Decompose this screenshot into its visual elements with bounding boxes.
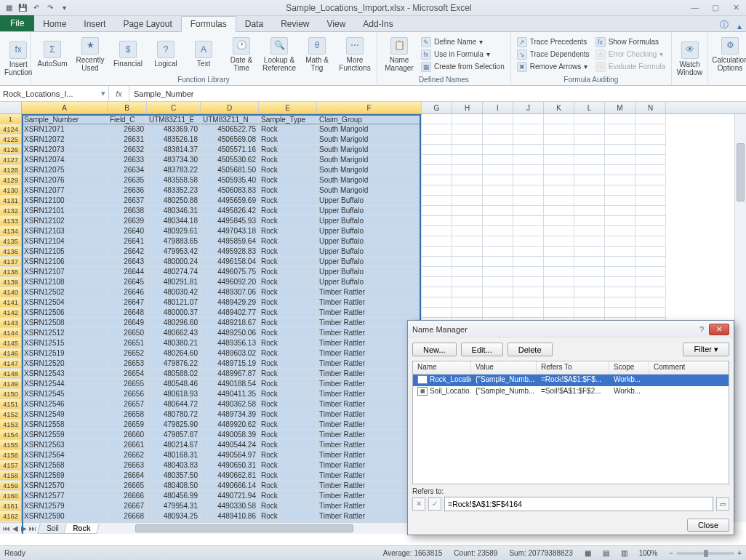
col-header-L[interactable]: L — [574, 102, 605, 113]
cell[interactable]: 4496158.04 — [201, 257, 259, 267]
cell[interactable]: 26653 — [108, 359, 147, 369]
cell[interactable]: Rock — [259, 257, 317, 267]
cell[interactable]: 480357.50 — [147, 471, 201, 481]
cell[interactable]: 26656 — [108, 389, 147, 399]
empty-cell[interactable] — [483, 196, 513, 206]
cell[interactable]: South Marigold — [317, 165, 422, 175]
col-refers[interactable]: Refers To — [537, 361, 609, 374]
row-header[interactable]: 4154 — [0, 430, 22, 440]
cell[interactable]: 4506522.75 — [201, 124, 259, 135]
cell[interactable]: XSRN12564 — [22, 450, 108, 460]
cell[interactable]: 4490362.58 — [201, 399, 259, 409]
empty-cell[interactable] — [422, 175, 452, 185]
sheet-nav-prev-icon[interactable]: ◀ — [11, 524, 19, 532]
empty-cell[interactable] — [452, 185, 483, 196]
new-name-button[interactable]: New... — [412, 343, 457, 356]
cell[interactable]: Rock — [259, 297, 317, 308]
empty-cell[interactable] — [635, 308, 666, 318]
row-header[interactable]: 4148 — [0, 369, 22, 379]
empty-cell[interactable] — [422, 247, 452, 257]
empty-cell[interactable] — [422, 135, 452, 145]
cell[interactable]: XSRN12570 — [22, 481, 108, 491]
empty-cell[interactable] — [544, 206, 574, 216]
cell[interactable]: Rock — [259, 185, 317, 196]
cell[interactable]: 4506569.08 — [201, 135, 259, 145]
dialog-close-icon[interactable]: ✕ — [709, 324, 729, 335]
cell[interactable]: XSRN12543 — [22, 369, 108, 379]
empty-cell[interactable] — [483, 236, 513, 247]
empty-cell[interactable] — [483, 155, 513, 165]
empty-cell[interactable] — [483, 308, 513, 318]
empty-cell[interactable] — [574, 267, 605, 277]
empty-cell[interactable] — [483, 114, 513, 124]
empty-cell[interactable] — [605, 236, 635, 247]
cell[interactable]: XSRN12108 — [22, 277, 108, 287]
cell[interactable]: XSRN12074 — [22, 155, 108, 165]
empty-cell[interactable] — [605, 124, 635, 135]
row-header[interactable]: 4146 — [0, 348, 22, 359]
empty-cell[interactable] — [544, 257, 574, 267]
col-name[interactable]: Name — [413, 361, 471, 374]
cell[interactable]: XSRN12077 — [22, 185, 108, 196]
cell[interactable]: 480030.42 — [147, 287, 201, 297]
cell[interactable]: Timber Rattler — [317, 471, 422, 481]
name-list[interactable]: Name Value Refers To Scope Comment ▦Rock… — [412, 361, 729, 484]
col-header-J[interactable]: J — [513, 102, 544, 113]
show-formulas-button[interactable]: fxShow Formulas — [594, 36, 667, 48]
close-button[interactable]: ✕ — [729, 3, 743, 12]
cell[interactable]: XSRN12073 — [22, 145, 108, 155]
cell[interactable]: 4505935.40 — [201, 175, 259, 185]
table-row[interactable]: 4126XSRN1207326632483814.374505571.16Roc… — [0, 145, 734, 155]
maximize-button[interactable]: ▢ — [708, 3, 723, 12]
cell[interactable]: Timber Rattler — [317, 501, 422, 511]
cell[interactable]: 480780.72 — [147, 409, 201, 420]
empty-cell[interactable] — [605, 277, 635, 287]
qat-dropdown-icon[interactable]: ▾ — [58, 2, 70, 14]
empty-cell[interactable] — [483, 287, 513, 297]
cell[interactable]: Timber Rattler — [317, 511, 422, 521]
empty-cell[interactable] — [544, 185, 574, 196]
empty-cell[interactable] — [452, 226, 483, 236]
empty-cell[interactable] — [422, 145, 452, 155]
empty-cell[interactable] — [605, 297, 635, 308]
col-header-M[interactable]: M — [605, 102, 635, 113]
cell[interactable]: 26647 — [108, 297, 147, 308]
cell[interactable]: 480274.74 — [147, 267, 201, 277]
cell[interactable]: 26660 — [108, 430, 147, 440]
cell[interactable]: 26630 — [108, 124, 147, 135]
cell[interactable]: 480168.31 — [147, 450, 201, 460]
empty-cell[interactable] — [574, 257, 605, 267]
cell[interactable]: Timber Rattler — [317, 440, 422, 450]
cell[interactable]: Rock — [259, 247, 317, 257]
minimize-ribbon-icon[interactable]: ▴ — [733, 21, 746, 31]
cell[interactable]: Upper Buffalo — [317, 247, 422, 257]
empty-cell[interactable] — [544, 297, 574, 308]
cell[interactable]: 26637 — [108, 196, 147, 206]
scrollbar-thumb[interactable] — [737, 143, 745, 201]
col-scope[interactable]: Scope — [609, 361, 649, 374]
row-header[interactable]: 4138 — [0, 267, 22, 277]
cell[interactable]: 4490721.94 — [201, 491, 259, 501]
cell[interactable]: Rock — [259, 481, 317, 491]
row-header[interactable]: 4143 — [0, 318, 22, 328]
empty-cell[interactable] — [635, 185, 666, 196]
cell[interactable]: 26665 — [108, 481, 147, 491]
empty-cell[interactable] — [544, 247, 574, 257]
empty-cell[interactable] — [574, 308, 605, 318]
cell[interactable]: 26664 — [108, 471, 147, 481]
table-row[interactable]: 4133XSRN1210226639480344.184495845.93Roc… — [0, 216, 734, 226]
row-header[interactable]: 4149 — [0, 379, 22, 389]
cell[interactable]: XSRN12106 — [22, 257, 108, 267]
cell[interactable]: 479876.22 — [147, 359, 201, 369]
row-header[interactable]: 4162 — [0, 511, 22, 521]
cell[interactable]: South Marigold — [317, 175, 422, 185]
empty-cell[interactable] — [574, 287, 605, 297]
cell[interactable]: South Marigold — [317, 155, 422, 165]
cell[interactable]: 4505530.62 — [201, 155, 259, 165]
empty-cell[interactable] — [422, 277, 452, 287]
cell[interactable]: Rock — [259, 491, 317, 501]
cell[interactable]: 4489218.67 — [201, 318, 259, 328]
row-header[interactable]: 4135 — [0, 236, 22, 247]
cell[interactable]: 26663 — [108, 460, 147, 471]
cell[interactable]: 26650 — [108, 328, 147, 338]
